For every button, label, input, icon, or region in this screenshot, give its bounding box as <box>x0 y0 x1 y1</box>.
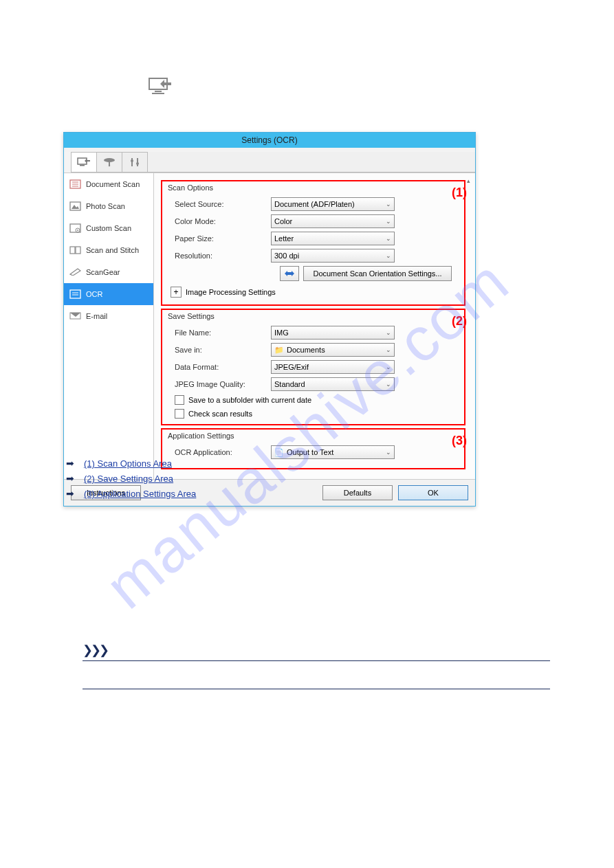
svg-marker-17 <box>72 205 79 209</box>
ocr-application-combo[interactable]: 📄Output to Text ⌄ <box>271 445 395 459</box>
svg-rect-21 <box>70 247 75 254</box>
sidebar-item-label: Custom Scan <box>86 224 131 232</box>
scrollbar-up[interactable]: ▴ <box>467 176 474 184</box>
svg-point-7 <box>109 165 110 166</box>
sidebar-item-label: OCR <box>86 290 102 298</box>
select-source-label: Select Source: <box>175 200 271 208</box>
paper-size-combo[interactable]: Letter⌄ <box>271 232 395 245</box>
file-name-combo[interactable]: IMG⌄ <box>271 326 395 340</box>
chevron-down-icon: ⌄ <box>386 329 391 336</box>
save-settings-title: Save Settings <box>168 312 459 320</box>
select-source-combo[interactable]: Document (ADF/Platen)⌄ <box>271 197 395 211</box>
chevron-down-icon: ⌄ <box>386 364 391 370</box>
chevron-down-icon: ⌄ <box>386 218 391 225</box>
sidebar-item-scan-stitch[interactable]: Scan and Stitch <box>64 239 153 261</box>
file-name-label: File Name: <box>175 329 271 337</box>
svg-rect-1 <box>155 91 162 92</box>
sidebar: Document Scan Photo Scan Custom Scan Sca… <box>64 173 154 479</box>
link-application-settings[interactable]: (3) Application Settings Area <box>84 489 196 499</box>
page-root: manualshive.com Settings (OCR) <box>0 0 614 868</box>
arrow-bullet-icon: ➡ <box>66 488 74 499</box>
ocr-icon <box>69 289 80 299</box>
tab-scan-from-panel[interactable] <box>96 152 122 172</box>
sidebar-item-custom-scan[interactable]: Custom Scan <box>64 217 153 239</box>
subfolder-label: Save to a subfolder with current date <box>188 396 311 404</box>
email-icon <box>69 311 80 321</box>
two-sided-icon-button[interactable] <box>280 266 299 281</box>
link-scan-options[interactable]: (1) Scan Options Area <box>84 458 172 469</box>
save-in-label: Save in: <box>175 346 271 354</box>
photo-scan-icon <box>69 201 80 211</box>
arrow-bullet-icon: ➡ <box>66 458 74 469</box>
note-block: ❯❯❯ <box>83 643 550 689</box>
color-mode-label: Color Mode: <box>175 217 271 225</box>
sidebar-item-email[interactable]: E-mail <box>64 305 153 327</box>
top-tabs <box>71 152 475 173</box>
paper-size-label: Paper Size: <box>175 234 271 243</box>
svg-point-11 <box>136 162 139 165</box>
color-mode-combo[interactable]: Color⌄ <box>271 214 395 228</box>
check-results-checkbox[interactable] <box>175 409 184 419</box>
custom-scan-icon <box>69 223 80 233</box>
subfolder-checkbox[interactable] <box>175 395 184 405</box>
scan-stitch-icon <box>69 245 80 255</box>
sidebar-item-document-scan[interactable]: Document Scan <box>64 173 153 195</box>
svg-point-10 <box>131 159 133 162</box>
scangear-icon <box>69 267 80 277</box>
sidebar-item-ocr[interactable]: OCR <box>64 283 153 305</box>
expand-image-processing[interactable]: + <box>171 287 182 298</box>
chevron-down-icon: ⌄ <box>386 235 391 242</box>
chevron-down-icon: ⌄ <box>386 449 391 456</box>
tab-scan-from-computer[interactable] <box>71 152 97 172</box>
chevron-down-icon: ⌄ <box>386 201 391 208</box>
resolution-combo[interactable]: 300 dpi⌄ <box>271 249 395 263</box>
document-scan-icon <box>69 179 80 189</box>
sidebar-item-label: Scan and Stitch <box>86 246 139 254</box>
text-app-icon: 📄 <box>274 448 284 457</box>
folder-icon: 📁 <box>274 346 284 355</box>
sidebar-item-photo-scan[interactable]: Photo Scan <box>64 195 153 217</box>
data-format-label: Data Format: <box>175 363 271 371</box>
application-settings-title: Application Settings <box>168 432 459 440</box>
jpeg-quality-label: JPEG Image Quality: <box>175 380 271 388</box>
application-settings-group: (3) Application Settings OCR Application… <box>161 428 465 469</box>
check-results-label: Check scan results <box>188 410 252 418</box>
sidebar-item-label: ScanGear <box>86 268 120 276</box>
dialog-title: Settings (OCR) <box>64 133 475 148</box>
svg-rect-23 <box>70 290 80 298</box>
resolution-label: Resolution: <box>175 252 271 260</box>
sidebar-item-label: Photo Scan <box>86 202 125 210</box>
orientation-settings-button[interactable]: Document Scan Orientation Settings... <box>303 266 452 281</box>
data-format-combo[interactable]: JPEG/Exif⌄ <box>271 360 395 374</box>
svg-point-20 <box>77 230 78 231</box>
note-divider-bottom <box>83 689 550 689</box>
settings-content: ▴ (1) Scan Options Select Source: Docume… <box>154 173 475 479</box>
svg-rect-4 <box>80 165 85 166</box>
ok-button[interactable]: OK <box>398 485 468 500</box>
save-in-combo[interactable]: 📁Documents ⌄ <box>271 343 395 357</box>
tab-general-settings[interactable] <box>122 152 148 172</box>
sidebar-item-label: E-mail <box>86 312 107 320</box>
arrow-bullet-icon: ➡ <box>66 473 74 484</box>
sidebar-item-scangear[interactable]: ScanGear <box>64 261 153 283</box>
settings-dialog: Settings (OCR) <box>63 132 476 507</box>
chevron-down-icon: ⌄ <box>386 381 391 388</box>
monitor-arrow-lead-icon <box>148 76 174 98</box>
note-marker-icon: ❯❯❯ <box>83 643 550 658</box>
jpeg-quality-combo[interactable]: Standard⌄ <box>271 377 395 391</box>
save-settings-group: (2) Save Settings File Name: IMG⌄ Save i… <box>161 309 465 425</box>
sidebar-item-label: Document Scan <box>86 180 140 188</box>
scan-options-group: (1) Scan Options Select Source: Document… <box>161 180 465 306</box>
image-processing-label: Image Processing Settings <box>186 288 276 296</box>
link-save-settings[interactable]: (2) Save Settings Area <box>84 474 173 484</box>
note-divider-top <box>83 660 550 661</box>
section-links: ➡ (1) Scan Options Area ➡ (2) Save Setti… <box>66 454 196 503</box>
chevron-down-icon: ⌄ <box>386 346 391 353</box>
chevron-down-icon: ⌄ <box>386 252 391 259</box>
defaults-button[interactable]: Defaults <box>322 485 393 500</box>
svg-rect-2 <box>152 93 164 94</box>
svg-rect-22 <box>76 247 80 254</box>
scan-options-title: Scan Options <box>168 183 459 192</box>
